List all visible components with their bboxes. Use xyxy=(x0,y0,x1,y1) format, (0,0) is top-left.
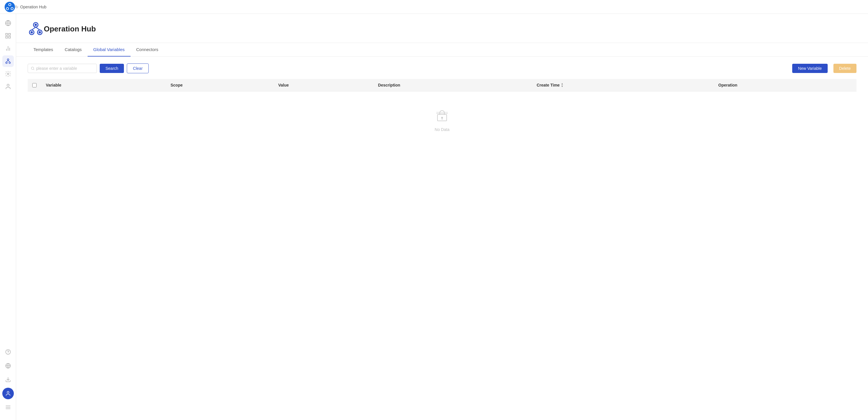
search-button[interactable]: Search xyxy=(100,64,124,73)
page-header: Operation Hub xyxy=(16,14,868,43)
sidebar-item-menu[interactable] xyxy=(2,401,14,413)
svg-rect-9 xyxy=(5,33,7,35)
svg-point-21 xyxy=(7,73,9,75)
sidebar-item-operation-hub[interactable] xyxy=(2,55,14,67)
search-icon xyxy=(31,66,35,71)
svg-point-43 xyxy=(441,117,443,118)
table-header-create-time[interactable]: Create Time ▲ ▼ xyxy=(532,79,714,91)
sidebar-item-account[interactable] xyxy=(2,388,14,399)
svg-line-41 xyxy=(33,69,34,69)
table-header-value: Value xyxy=(274,79,373,91)
svg-point-23 xyxy=(5,349,10,355)
no-data-icon xyxy=(435,109,449,125)
tabs-bar: Templates Catalogs Global Variables Conn… xyxy=(16,43,868,57)
new-variable-button[interactable]: New Variable xyxy=(792,64,827,73)
sidebar-item-user[interactable] xyxy=(2,81,14,92)
main-layout: Operation Hub Templates Catalogs Global … xyxy=(0,14,868,420)
svg-line-35 xyxy=(32,27,36,30)
topbar-title: ↻ Operation Hub xyxy=(15,5,46,9)
svg-point-5 xyxy=(7,8,8,9)
table-header-checkbox xyxy=(28,79,41,91)
svg-rect-12 xyxy=(8,36,10,38)
table-header-scope: Scope xyxy=(166,79,274,91)
svg-line-19 xyxy=(6,60,8,62)
refresh-icon: ↻ xyxy=(15,5,19,9)
table-header: Variable Scope Value Description xyxy=(28,79,857,91)
page-icon xyxy=(28,21,44,37)
sidebar-item-help[interactable] xyxy=(2,346,14,358)
no-data-text: No Data xyxy=(435,127,449,132)
tab-templates[interactable]: Templates xyxy=(28,43,59,57)
sidebar-item-language[interactable] xyxy=(2,360,14,371)
sidebar-item-grid[interactable] xyxy=(2,30,14,41)
tab-catalogs[interactable]: Catalogs xyxy=(59,43,87,57)
sidebar-item-chart[interactable] xyxy=(2,43,14,54)
table-header-operation: Operation xyxy=(714,79,857,91)
no-data-state: No Data xyxy=(28,91,857,149)
svg-point-4 xyxy=(9,4,11,5)
table-header-variable: Variable xyxy=(41,79,166,91)
svg-point-39 xyxy=(39,31,41,33)
select-all-checkbox[interactable] xyxy=(32,83,37,87)
app-logo xyxy=(5,2,15,12)
page-title: Operation Hub xyxy=(44,25,96,33)
svg-point-22 xyxy=(7,84,9,86)
sidebar xyxy=(0,14,16,420)
table-body: No Data xyxy=(28,91,857,149)
tab-connectors[interactable]: Connectors xyxy=(130,43,164,57)
delete-button[interactable]: Delete xyxy=(833,64,857,73)
data-table: Variable Scope Value Description xyxy=(28,79,857,149)
svg-line-36 xyxy=(36,27,40,30)
svg-line-20 xyxy=(8,60,10,62)
topbar: ↻ Operation Hub xyxy=(0,0,868,14)
table-area: Search Clear New Variable Delete V xyxy=(16,57,868,420)
tab-global-variables[interactable]: Global Variables xyxy=(88,43,130,57)
svg-point-37 xyxy=(35,24,37,26)
content-area: Operation Hub Templates Catalogs Global … xyxy=(16,14,868,420)
search-input-wrapper xyxy=(28,64,97,73)
svg-point-6 xyxy=(11,8,13,9)
search-bar: Search Clear New Variable Delete xyxy=(28,63,857,73)
table-header-description: Description xyxy=(373,79,532,91)
svg-point-28 xyxy=(7,391,9,393)
sidebar-item-globe[interactable] xyxy=(2,17,14,29)
sidebar-bottom xyxy=(2,346,14,417)
clear-button[interactable]: Clear xyxy=(127,63,148,73)
svg-rect-10 xyxy=(8,33,10,35)
sidebar-item-download[interactable] xyxy=(2,374,14,385)
sort-icon: ▲ ▼ xyxy=(561,83,563,88)
sidebar-item-settings[interactable] xyxy=(2,68,14,80)
svg-point-38 xyxy=(31,31,33,33)
search-input[interactable] xyxy=(36,64,94,73)
svg-rect-11 xyxy=(5,36,7,38)
